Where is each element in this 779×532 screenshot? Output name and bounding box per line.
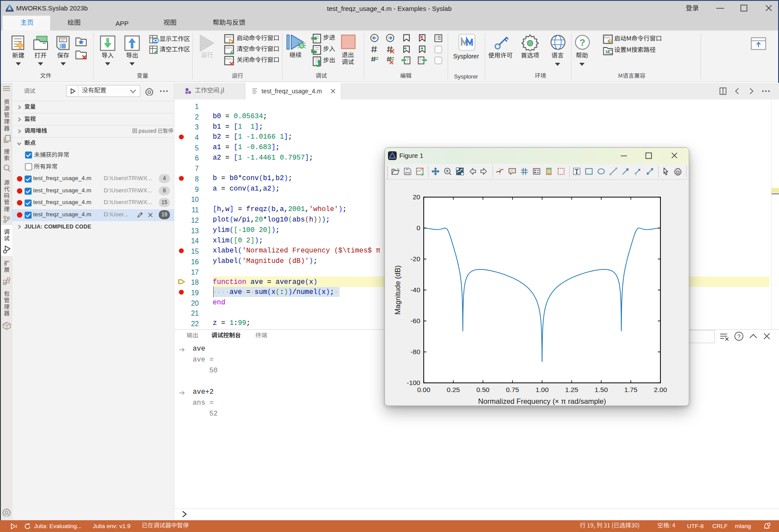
svg-text:0.75: 0.75 <box>506 386 519 393</box>
svg-text:1.25: 1.25 <box>565 386 578 393</box>
svg-text:1.75: 1.75 <box>624 386 637 393</box>
svg-text:0: 0 <box>416 224 420 232</box>
svg-text:Magnitude (dB): Magnitude (dB) <box>394 266 401 315</box>
svg-text:0.00: 0.00 <box>417 386 431 393</box>
svg-text:0.50: 0.50 <box>476 386 490 393</box>
svg-text:-80: -80 <box>411 348 421 355</box>
svg-text:-100: -100 <box>407 379 420 386</box>
svg-text:1.50: 1.50 <box>595 386 608 393</box>
svg-text:?: ? <box>579 37 585 48</box>
svg-text:REPL: REPL <box>604 36 612 39</box>
svg-text:REPL: REPL <box>225 57 233 60</box>
svg-text:?: ? <box>737 333 740 340</box>
svg-text:-20: -20 <box>411 255 421 263</box>
svg-text:REPL: REPL <box>225 35 233 38</box>
svg-text:1.00: 1.00 <box>535 386 549 393</box>
svg-text:-40: -40 <box>411 286 421 293</box>
svg-text:-60: -60 <box>411 317 421 324</box>
svg-text:0.25: 0.25 <box>447 386 460 393</box>
svg-text:Normalized Frequency (× π rad/: Normalized Frequency (× π rad/sample) <box>478 397 606 405</box>
svg-text:2.00: 2.00 <box>654 386 667 393</box>
svg-text:20: 20 <box>413 193 421 201</box>
svg-text:REPL: REPL <box>225 46 233 49</box>
svg-text:T: T <box>635 172 637 176</box>
svg-text:M: M <box>606 50 609 55</box>
